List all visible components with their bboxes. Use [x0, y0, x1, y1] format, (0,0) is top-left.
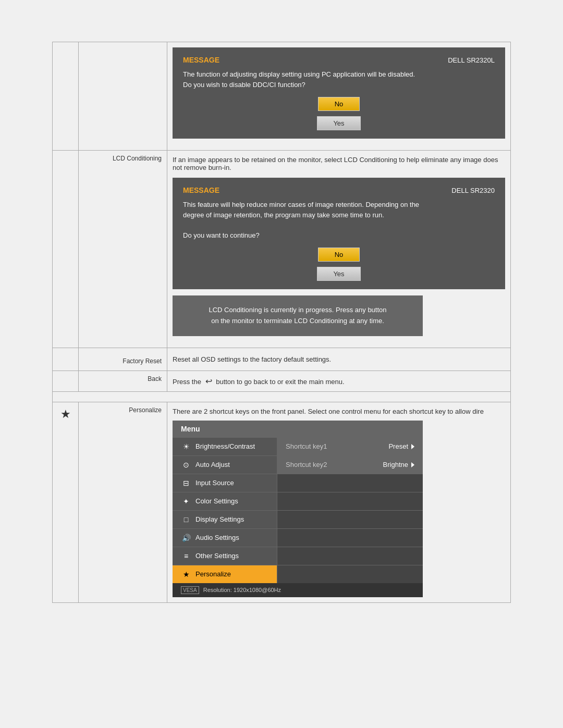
col-label-personalize: Personalize: [79, 402, 167, 602]
menu-label-color: Color Settings: [195, 497, 238, 505]
ddc-section-row: MESSAGE DELL SR2320L The function of adj…: [53, 42, 511, 151]
autoadjust-icon: ⊙: [181, 461, 191, 469]
color-icon: ✦: [181, 497, 191, 505]
shortcut-value-1: Preset: [388, 442, 414, 450]
menu-left-display: □ Display Settings: [173, 511, 277, 528]
menu-left-autoadjust: ⊙ Auto Adjust: [173, 456, 277, 474]
page-wrapper: MESSAGE DELL SR2320L The function of adj…: [0, 0, 563, 645]
shortcut-value-2: Brightne: [383, 461, 414, 468]
message-box-lcd: MESSAGE DELL SR2320 This feature will he…: [173, 178, 505, 289]
personalize-desc: There are 2 shortcut keys on the front p…: [173, 408, 505, 415]
msg-lcd-line2: degree of image retention, the program m…: [183, 211, 384, 219]
col-icon-factory: [53, 348, 79, 371]
menu-row-brightness[interactable]: ☀ Brightness/Contrast Shortcut key1 Pres…: [173, 437, 423, 455]
yes-button-ddc[interactable]: Yes: [317, 116, 360, 130]
menu-left-audio: 🔊 Audio Settings: [173, 529, 277, 547]
menu-left-other: ≡ Other Settings: [173, 547, 277, 565]
menu-right-brightness: Shortcut key1 Preset: [277, 438, 423, 455]
menu-label-other: Other Settings: [195, 552, 239, 560]
menu-footer: VESA Resolution: 1920x1080@60Hz: [173, 583, 423, 597]
personalize-menu-icon: ★: [181, 570, 191, 578]
back-row: Back Press the ↩ button to go back to or…: [53, 371, 511, 391]
col-content-ddc: MESSAGE DELL SR2320L The function of adj…: [167, 42, 511, 151]
msg-text-line2-ddc: Do you wish to disable DDC/CI function?: [183, 81, 305, 89]
msg-text-lcd: This feature will help reduce minor case…: [183, 200, 495, 240]
audio-icon: 🔊: [181, 534, 191, 542]
col-label-ddc: [79, 42, 167, 151]
progress-box: LCD Conditioning is currently in progres…: [173, 295, 423, 336]
spacer-row: [53, 391, 511, 402]
factory-reset-row: Factory Reset Reset all OSD settings to …: [53, 348, 511, 371]
menu-right-display: [277, 511, 423, 528]
menu-label-input: Input Source: [195, 479, 234, 487]
col-content-lcd: If an image appears to be retained on th…: [167, 151, 511, 348]
menu-header: Menu: [173, 421, 423, 437]
menu-row-audio[interactable]: 🔊 Audio Settings: [173, 528, 423, 547]
msg-title-ddc: MESSAGE: [183, 56, 219, 64]
chevron-icon-2: [411, 462, 414, 467]
personalize-row: ★ Personalize There are 2 shortcut keys …: [53, 402, 511, 602]
menu-right-input: [277, 474, 423, 492]
menu-label-autoadjust: Auto Adjust: [195, 461, 230, 468]
shortcut-label-1: Shortcut key1: [286, 442, 327, 450]
menu-row-autoadjust[interactable]: ⊙ Auto Adjust Shortcut key2 Brightne: [173, 455, 423, 474]
col-label-lcd: LCD Conditioning: [79, 151, 167, 348]
msg-header-ddc: MESSAGE DELL SR2320L: [183, 56, 495, 64]
progress-line1: LCD Conditioning is currently in progres…: [209, 306, 386, 314]
menu-left-personalize-item: ★ Personalize: [173, 565, 277, 583]
menu-row-personalize-item[interactable]: ★ Personalize: [173, 565, 423, 583]
progress-line2: on the monitor to terminate LCD Conditio…: [211, 317, 384, 325]
display-icon: □: [181, 515, 191, 524]
footer-logo: VESA: [181, 586, 199, 594]
factory-reset-label: Factory Reset: [123, 357, 162, 365]
shortcut-label-2: Shortcut key2: [286, 461, 327, 468]
monitor-menu: Menu ☀ Brightness/Contrast Shortcut key1…: [173, 421, 423, 597]
menu-label-audio: Audio Settings: [195, 534, 239, 541]
section-divider: [53, 391, 511, 402]
personalize-label: Personalize: [129, 406, 162, 414]
star-icon: ★: [60, 408, 71, 421]
menu-row-input[interactable]: ⊟ Input Source: [173, 474, 423, 492]
back-arrow-icon: ↩: [205, 376, 212, 386]
col-label-back: Back: [79, 371, 167, 391]
no-button-lcd[interactable]: No: [318, 248, 360, 262]
msg-lcd-line3: Do you want to continue?: [183, 231, 260, 239]
footer-text: Resolution: 1920x1080@60Hz: [203, 587, 281, 593]
menu-row-color[interactable]: ✦ Color Settings: [173, 492, 423, 510]
back-label: Back: [148, 375, 162, 382]
menu-right-color: [277, 492, 423, 510]
menu-right-personalize-item: [277, 565, 423, 583]
menu-label-personalize-item: Personalize: [195, 570, 231, 578]
back-text: Press the ↩ button to go back to or exit…: [173, 376, 505, 386]
col-icon-ddc: [53, 42, 79, 151]
btn-row-ddc: No Yes: [183, 97, 495, 130]
col-content-factory: Reset all OSD settings to the factory de…: [167, 348, 511, 371]
message-box-ddc: MESSAGE DELL SR2320L The function of adj…: [173, 47, 505, 139]
lcd-section-row: LCD Conditioning If an image appears to …: [53, 151, 511, 348]
back-desc-post: button to go back to or exit the main me…: [216, 378, 344, 386]
col-label-factory: Factory Reset: [79, 348, 167, 371]
menu-row-other[interactable]: ≡ Other Settings: [173, 547, 423, 565]
msg-text-ddc: The function of adjusting display settin…: [183, 69, 495, 90]
msg-lcd-line1: This feature will help reduce minor case…: [183, 201, 419, 208]
other-icon: ≡: [181, 552, 191, 560]
lcd-desc: If an image appears to be retained on th…: [173, 156, 505, 171]
col-icon-lcd: [53, 151, 79, 348]
no-button-ddc[interactable]: No: [318, 97, 360, 111]
col-content-personalize: There are 2 shortcut keys on the front p…: [167, 402, 511, 602]
msg-brand-lcd: DELL SR2320: [451, 187, 495, 194]
col-content-back: Press the ↩ button to go back to or exit…: [167, 371, 511, 391]
shortcut-value-text-2: Brightne: [383, 461, 408, 468]
menu-row-display[interactable]: □ Display Settings: [173, 510, 423, 528]
menu-right-audio: [277, 529, 423, 547]
col-icon-personalize: ★: [53, 402, 79, 602]
msg-text-line1-ddc: The function of adjusting display settin…: [183, 70, 415, 78]
msg-header-lcd: MESSAGE DELL SR2320: [183, 186, 495, 194]
back-desc-pre: Press the: [173, 378, 201, 386]
shortcut-value-text-1: Preset: [388, 442, 408, 450]
menu-right-autoadjust: Shortcut key2 Brightne: [277, 456, 423, 474]
msg-brand-ddc: DELL SR2320L: [448, 56, 495, 64]
menu-right-other: [277, 547, 423, 565]
msg-title-lcd: MESSAGE: [183, 186, 219, 194]
yes-button-lcd[interactable]: Yes: [317, 267, 360, 281]
